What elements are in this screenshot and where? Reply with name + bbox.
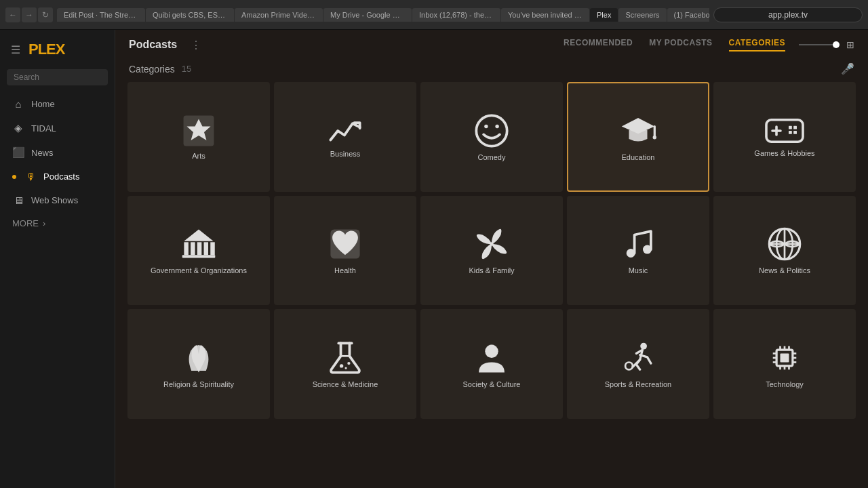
browser-chrome: ← → ↻ Edit Post · The Streaming A... Qui… [0, 0, 868, 30]
svg-point-25 [627, 249, 635, 258]
top-bar-right: ⊞ [799, 39, 854, 50]
svg-rect-14 [793, 131, 797, 134]
tab-my-podcasts[interactable]: MY PODCASTS [649, 38, 712, 52]
technology-icon [766, 340, 803, 376]
svg-point-24 [490, 243, 493, 246]
comedy-icon [473, 113, 510, 149]
browser-tab[interactable]: Quibi gets CBS, ESPN to sig... [146, 8, 234, 22]
sidebar-item-news[interactable]: ⬛ News [0, 140, 115, 165]
tidal-icon: ◈ [12, 122, 24, 134]
svg-rect-39 [781, 353, 789, 362]
browser-tab[interactable]: Amazon Prime Video | 'Tom... [235, 8, 323, 22]
grid-view-icon[interactable]: ⊞ [846, 39, 854, 50]
category-society[interactable]: Society & Culture [420, 309, 563, 419]
hamburger-icon[interactable]: ☰ [11, 43, 20, 56]
science-icon [327, 340, 363, 376]
svg-rect-19 [210, 243, 214, 256]
category-label-kids: Kids & Family [466, 266, 517, 274]
music-icon [620, 226, 656, 262]
category-label-society: Society & Culture [460, 380, 524, 388]
sidebar-item-webshows[interactable]: 🖥 Web Shows [0, 188, 115, 212]
svg-rect-12 [793, 126, 797, 129]
newspolitics-icon [766, 226, 803, 262]
svg-point-32 [340, 364, 343, 367]
category-newspolitics[interactable]: News & Politics [713, 196, 856, 306]
browser-tab[interactable]: Inbox (12,678) - thestreami... [412, 8, 500, 22]
category-religion[interactable]: Religion & Spirituality [127, 309, 270, 419]
category-games[interactable]: Games & Hobbies [713, 82, 856, 192]
category-label-comedy: Comedy [475, 153, 509, 161]
webshows-icon: 🖥 [12, 195, 24, 206]
sidebar-item-tidal[interactable]: ◈ TIDAL [0, 116, 115, 140]
tab-categories[interactable]: CATEGORIES [729, 38, 785, 52]
category-sports[interactable]: Sports & Recreation [567, 309, 709, 419]
section-header: Categories 15 🎤 [115, 60, 868, 82]
sports-icon [620, 340, 656, 376]
category-education[interactable]: Education [567, 82, 709, 192]
news-icon: ⬛ [12, 146, 24, 159]
more-options-icon[interactable]: ⋮ [191, 39, 201, 52]
category-label-education: Education [619, 153, 658, 161]
category-government[interactable]: Government & Organizations [127, 196, 270, 306]
health-icon [327, 226, 363, 262]
browser-tabs: Edit Post · The Streaming A... Quibi get… [57, 8, 709, 22]
browser-tab[interactable]: Screeners [618, 8, 666, 22]
browser-tab-active[interactable]: Plex [590, 8, 618, 22]
sidebar-item-podcasts[interactable]: 🎙 Podcasts [0, 165, 115, 188]
arts-star-icon [182, 114, 216, 148]
sidebar-label-home: Home [31, 99, 55, 109]
category-comedy[interactable]: Comedy [420, 82, 563, 192]
category-music[interactable]: Music [567, 196, 709, 306]
forward-button[interactable]: → [22, 7, 37, 22]
education-icon [620, 113, 656, 149]
category-label-newspolitics: News & Politics [756, 266, 813, 274]
more-chevron-icon: › [43, 218, 45, 228]
category-health[interactable]: Health [274, 196, 416, 306]
section-title: Categories [129, 64, 175, 75]
category-label-science: Science & Medicine [310, 380, 381, 388]
svg-point-36 [640, 343, 647, 350]
mic-icon[interactable]: 🎤 [841, 62, 854, 75]
category-kids[interactable]: Kids & Family [420, 196, 563, 306]
address-bar[interactable]: app.plex.tv [713, 7, 863, 22]
back-button[interactable]: ← [5, 7, 20, 22]
tab-recommended[interactable]: RECOMMENDED [564, 38, 633, 52]
search-input[interactable] [7, 69, 108, 85]
category-label-religion: Religion & Spirituality [161, 380, 237, 388]
svg-rect-11 [789, 126, 792, 129]
svg-rect-16 [191, 243, 195, 256]
reload-button[interactable]: ↻ [38, 7, 53, 22]
business-icon [327, 116, 363, 146]
svg-rect-15 [184, 243, 188, 256]
category-business[interactable]: Business [274, 82, 416, 192]
svg-point-2 [476, 115, 507, 146]
browser-tab[interactable]: My Drive - Google Drive [323, 8, 412, 22]
sidebar-label-webshows: Web Shows [31, 195, 78, 205]
browser-tab[interactable]: You've been invited to share... [501, 8, 589, 22]
main-content: Podcasts ⋮ RECOMMENDED MY PODCASTS CATEG… [115, 30, 868, 488]
religion-icon [180, 340, 217, 376]
sidebar-label-tidal: TIDAL [31, 123, 56, 134]
svg-point-34 [344, 367, 347, 369]
sidebar-label-podcasts: Podcasts [43, 171, 79, 182]
page-title: Podcasts [129, 39, 177, 51]
top-bar: Podcasts ⋮ RECOMMENDED MY PODCASTS CATEG… [115, 30, 868, 60]
category-science[interactable]: Science & Medicine [274, 309, 416, 419]
svg-point-4 [495, 125, 498, 128]
top-tabs: RECOMMENDED MY PODCASTS CATEGORIES [564, 38, 785, 52]
browser-tab[interactable]: Edit Post · The Streaming A... [57, 8, 145, 22]
sidebar-nav: ⌂ Home ◈ TIDAL ⬛ News 🎙 Podcasts 🖥 Web S… [0, 92, 115, 212]
svg-marker-21 [184, 230, 213, 241]
svg-point-33 [347, 362, 350, 365]
category-label-music: Music [626, 266, 651, 274]
svg-point-37 [625, 362, 633, 369]
category-arts[interactable]: Arts [127, 82, 270, 192]
sidebar-more[interactable]: MORE › [0, 212, 115, 235]
view-slider[interactable] [799, 44, 840, 45]
browser-tab[interactable]: (1) Facebook [667, 8, 709, 22]
sidebar-item-home[interactable]: ⌂ Home [0, 92, 115, 116]
government-icon [180, 226, 217, 262]
category-technology[interactable]: Technology [713, 309, 856, 419]
plex-logo: PLEX [28, 41, 64, 58]
browser-nav: ← → ↻ [5, 7, 53, 22]
